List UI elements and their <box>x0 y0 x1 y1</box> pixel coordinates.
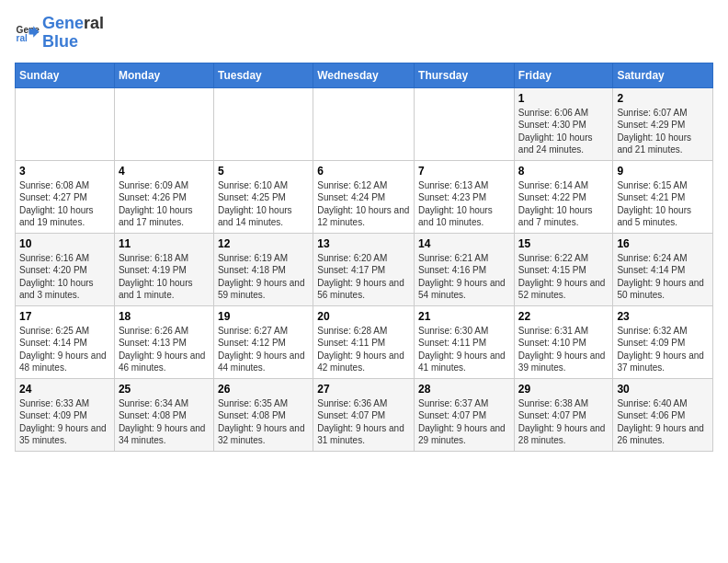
logo-text-line2: Blue <box>42 33 104 52</box>
week-row-4: 17Sunrise: 6:25 AM Sunset: 4:14 PM Dayli… <box>16 305 713 378</box>
day-info: Sunrise: 6:30 AM Sunset: 4:11 PM Dayligh… <box>418 325 510 374</box>
logo: Gene ral General Blue <box>15 15 104 52</box>
day-number: 30 <box>617 383 709 396</box>
day-cell <box>415 87 515 160</box>
day-cell: 13Sunrise: 6:20 AM Sunset: 4:17 PM Dayli… <box>313 233 415 305</box>
day-cell: 19Sunrise: 6:27 AM Sunset: 4:12 PM Dayli… <box>213 305 313 378</box>
day-info: Sunrise: 6:13 AM Sunset: 4:23 PM Dayligh… <box>418 179 510 229</box>
day-info: Sunrise: 6:10 AM Sunset: 4:25 PM Dayligh… <box>218 179 309 229</box>
day-number: 26 <box>218 383 309 396</box>
day-info: Sunrise: 6:09 AM Sunset: 4:26 PM Dayligh… <box>119 179 210 229</box>
logo-icon: Gene ral <box>15 20 40 46</box>
day-info: Sunrise: 6:27 AM Sunset: 4:12 PM Dayligh… <box>218 325 309 374</box>
day-info: Sunrise: 6:20 AM Sunset: 4:17 PM Dayligh… <box>317 252 410 302</box>
day-info: Sunrise: 6:40 AM Sunset: 4:06 PM Dayligh… <box>617 397 709 447</box>
day-cell <box>313 87 415 160</box>
day-number: 19 <box>218 310 309 323</box>
day-cell: 3Sunrise: 6:08 AM Sunset: 4:27 PM Daylig… <box>16 160 115 233</box>
day-cell: 23Sunrise: 6:32 AM Sunset: 4:09 PM Dayli… <box>613 305 713 378</box>
day-number: 15 <box>518 237 609 250</box>
day-info: Sunrise: 6:37 AM Sunset: 4:07 PM Dayligh… <box>418 397 510 447</box>
day-info: Sunrise: 6:12 AM Sunset: 4:24 PM Dayligh… <box>317 179 410 229</box>
day-cell: 20Sunrise: 6:28 AM Sunset: 4:11 PM Dayli… <box>313 305 415 378</box>
day-number: 1 <box>518 92 609 105</box>
day-cell <box>213 87 313 160</box>
col-header-thursday: Thursday <box>415 63 515 87</box>
day-cell: 9Sunrise: 6:15 AM Sunset: 4:21 PM Daylig… <box>613 160 713 233</box>
day-number: 9 <box>617 165 709 178</box>
calendar-table: SundayMondayTuesdayWednesdayThursdayFrid… <box>15 63 713 452</box>
day-number: 16 <box>617 237 709 250</box>
day-number: 7 <box>418 165 510 178</box>
week-row-3: 10Sunrise: 6:16 AM Sunset: 4:20 PM Dayli… <box>16 233 713 305</box>
day-cell: 30Sunrise: 6:40 AM Sunset: 4:06 PM Dayli… <box>613 378 713 451</box>
day-info: Sunrise: 6:38 AM Sunset: 4:07 PM Dayligh… <box>518 397 609 447</box>
day-info: Sunrise: 6:24 AM Sunset: 4:14 PM Dayligh… <box>617 252 709 302</box>
calendar-header-row: SundayMondayTuesdayWednesdayThursdayFrid… <box>16 63 713 87</box>
day-cell: 21Sunrise: 6:30 AM Sunset: 4:11 PM Dayli… <box>415 305 515 378</box>
day-cell: 24Sunrise: 6:33 AM Sunset: 4:09 PM Dayli… <box>16 378 115 451</box>
day-info: Sunrise: 6:35 AM Sunset: 4:08 PM Dayligh… <box>218 397 309 447</box>
day-cell: 28Sunrise: 6:37 AM Sunset: 4:07 PM Dayli… <box>415 378 515 451</box>
day-info: Sunrise: 6:33 AM Sunset: 4:09 PM Dayligh… <box>19 397 110 447</box>
day-info: Sunrise: 6:06 AM Sunset: 4:30 PM Dayligh… <box>518 107 609 156</box>
day-cell: 25Sunrise: 6:34 AM Sunset: 4:08 PM Dayli… <box>114 378 213 451</box>
day-info: Sunrise: 6:22 AM Sunset: 4:15 PM Dayligh… <box>518 252 609 302</box>
day-info: Sunrise: 6:08 AM Sunset: 4:27 PM Dayligh… <box>19 179 110 229</box>
day-number: 27 <box>317 383 410 396</box>
day-cell <box>16 87 115 160</box>
day-info: Sunrise: 6:31 AM Sunset: 4:10 PM Dayligh… <box>518 325 609 374</box>
day-info: Sunrise: 6:26 AM Sunset: 4:13 PM Dayligh… <box>119 325 210 374</box>
day-number: 5 <box>218 165 309 178</box>
day-number: 23 <box>617 310 709 323</box>
day-cell: 29Sunrise: 6:38 AM Sunset: 4:07 PM Dayli… <box>514 378 613 451</box>
day-info: Sunrise: 6:21 AM Sunset: 4:16 PM Dayligh… <box>418 252 510 302</box>
day-info: Sunrise: 6:18 AM Sunset: 4:19 PM Dayligh… <box>119 252 210 302</box>
day-cell: 22Sunrise: 6:31 AM Sunset: 4:10 PM Dayli… <box>514 305 613 378</box>
svg-text:ral: ral <box>17 33 28 43</box>
day-cell: 7Sunrise: 6:13 AM Sunset: 4:23 PM Daylig… <box>415 160 515 233</box>
day-info: Sunrise: 6:34 AM Sunset: 4:08 PM Dayligh… <box>119 397 210 447</box>
day-info: Sunrise: 6:07 AM Sunset: 4:29 PM Dayligh… <box>617 107 709 156</box>
day-info: Sunrise: 6:25 AM Sunset: 4:14 PM Dayligh… <box>19 325 110 374</box>
day-number: 20 <box>317 310 410 323</box>
day-info: Sunrise: 6:15 AM Sunset: 4:21 PM Dayligh… <box>617 179 709 229</box>
day-number: 25 <box>119 383 210 396</box>
day-number: 12 <box>218 237 309 250</box>
week-row-1: 1Sunrise: 6:06 AM Sunset: 4:30 PM Daylig… <box>16 87 713 160</box>
day-number: 14 <box>418 237 510 250</box>
day-cell: 17Sunrise: 6:25 AM Sunset: 4:14 PM Dayli… <box>16 305 115 378</box>
day-cell: 1Sunrise: 6:06 AM Sunset: 4:30 PM Daylig… <box>514 87 613 160</box>
day-cell: 4Sunrise: 6:09 AM Sunset: 4:26 PM Daylig… <box>114 160 213 233</box>
day-number: 4 <box>119 165 210 178</box>
day-info: Sunrise: 6:36 AM Sunset: 4:07 PM Dayligh… <box>317 397 410 447</box>
col-header-monday: Monday <box>114 63 213 87</box>
day-info: Sunrise: 6:28 AM Sunset: 4:11 PM Dayligh… <box>317 325 410 374</box>
day-number: 6 <box>317 165 410 178</box>
day-number: 22 <box>518 310 609 323</box>
col-header-sunday: Sunday <box>16 63 115 87</box>
col-header-saturday: Saturday <box>613 63 713 87</box>
day-cell: 12Sunrise: 6:19 AM Sunset: 4:18 PM Dayli… <box>213 233 313 305</box>
day-cell: 10Sunrise: 6:16 AM Sunset: 4:20 PM Dayli… <box>16 233 115 305</box>
day-info: Sunrise: 6:16 AM Sunset: 4:20 PM Dayligh… <box>19 252 110 302</box>
day-info: Sunrise: 6:32 AM Sunset: 4:09 PM Dayligh… <box>617 325 709 374</box>
day-info: Sunrise: 6:14 AM Sunset: 4:22 PM Dayligh… <box>518 179 609 229</box>
col-header-wednesday: Wednesday <box>313 63 415 87</box>
day-number: 10 <box>19 237 110 250</box>
day-number: 17 <box>19 310 110 323</box>
day-number: 8 <box>518 165 609 178</box>
day-cell: 15Sunrise: 6:22 AM Sunset: 4:15 PM Dayli… <box>514 233 613 305</box>
col-header-tuesday: Tuesday <box>213 63 313 87</box>
day-cell <box>114 87 213 160</box>
week-row-2: 3Sunrise: 6:08 AM Sunset: 4:27 PM Daylig… <box>16 160 713 233</box>
day-number: 13 <box>317 237 410 250</box>
day-number: 18 <box>119 310 210 323</box>
day-number: 24 <box>19 383 110 396</box>
day-number: 21 <box>418 310 510 323</box>
week-row-5: 24Sunrise: 6:33 AM Sunset: 4:09 PM Dayli… <box>16 378 713 451</box>
day-number: 2 <box>617 92 709 105</box>
day-cell: 14Sunrise: 6:21 AM Sunset: 4:16 PM Dayli… <box>415 233 515 305</box>
day-cell: 11Sunrise: 6:18 AM Sunset: 4:19 PM Dayli… <box>114 233 213 305</box>
day-cell: 6Sunrise: 6:12 AM Sunset: 4:24 PM Daylig… <box>313 160 415 233</box>
